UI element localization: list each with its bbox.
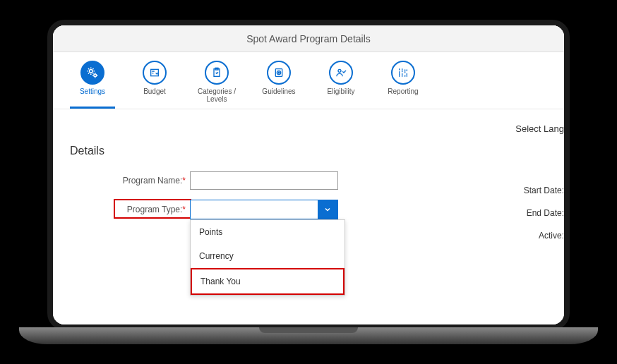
clipboard-icon bbox=[205, 61, 229, 85]
required-marker: * bbox=[182, 176, 186, 186]
screen-area: Spot Award Program Details Settings Budg… bbox=[53, 25, 564, 324]
target-icon bbox=[267, 61, 291, 85]
dropdown-menu: Points Currency Thank You bbox=[190, 219, 345, 296]
program-name-label: Program Name:* bbox=[70, 176, 190, 186]
tab-label: Reporting bbox=[388, 87, 418, 95]
tab-guidelines[interactable]: Guidelines bbox=[256, 61, 301, 103]
svg-point-7 bbox=[278, 72, 280, 73]
program-type-row: Program Type:* Points Currency Thank You bbox=[70, 200, 547, 219]
content-area: Select Lang Details Program Name:* Progr… bbox=[53, 109, 564, 243]
svg-rect-2 bbox=[151, 69, 159, 75]
tab-eligibility[interactable]: Eligibility bbox=[318, 61, 364, 103]
end-date-label: End Date: bbox=[527, 208, 564, 218]
select-language-link[interactable]: Select Lang bbox=[515, 123, 564, 134]
right-side-labels: Start Date: End Date: Active: bbox=[524, 186, 564, 241]
svg-point-0 bbox=[90, 70, 93, 73]
program-name-input[interactable] bbox=[190, 171, 338, 190]
dropdown-option-points[interactable]: Points bbox=[191, 220, 345, 244]
program-name-row: Program Name:* bbox=[70, 171, 547, 190]
program-type-dropdown[interactable]: Points Currency Thank You bbox=[190, 200, 338, 219]
start-date-label: Start Date: bbox=[524, 186, 564, 195]
tab-label: Settings bbox=[80, 87, 105, 95]
svg-point-8 bbox=[338, 69, 341, 72]
details-heading: Details bbox=[70, 145, 547, 157]
chart-icon bbox=[391, 61, 415, 85]
gears-icon bbox=[80, 61, 104, 85]
laptop-frame: Spot Award Program Details Settings Budg… bbox=[47, 20, 570, 330]
chevron-down-icon[interactable] bbox=[318, 200, 337, 219]
svg-point-1 bbox=[94, 74, 97, 77]
laptop-base bbox=[19, 327, 598, 344]
dropdown-option-thankyou[interactable]: Thank You bbox=[191, 268, 345, 295]
budget-icon bbox=[143, 61, 167, 85]
person-check-icon bbox=[329, 61, 353, 85]
tab-label: Eligibility bbox=[328, 87, 355, 95]
tab-label: Budget bbox=[143, 87, 166, 95]
active-label: Active: bbox=[539, 231, 564, 241]
tab-budget[interactable]: Budget bbox=[132, 61, 177, 103]
select-language-label: Select Lang bbox=[515, 123, 564, 134]
program-type-input[interactable] bbox=[191, 200, 318, 219]
dropdown-field[interactable] bbox=[190, 200, 338, 219]
tab-settings[interactable]: Settings bbox=[70, 61, 115, 109]
page-title-bar: Spot Award Program Details bbox=[53, 25, 564, 52]
tab-label: Guidelines bbox=[262, 87, 295, 95]
dropdown-option-currency[interactable]: Currency bbox=[191, 244, 345, 268]
tab-reporting[interactable]: Reporting bbox=[381, 61, 426, 103]
tab-navigation: Settings Budget Categories / Levels Guid… bbox=[53, 52, 564, 109]
tab-label: Categories / Levels bbox=[194, 87, 239, 103]
tab-categories[interactable]: Categories / Levels bbox=[194, 61, 239, 103]
page-title: Spot Award Program Details bbox=[246, 33, 371, 44]
highlight-label-box bbox=[114, 199, 191, 219]
